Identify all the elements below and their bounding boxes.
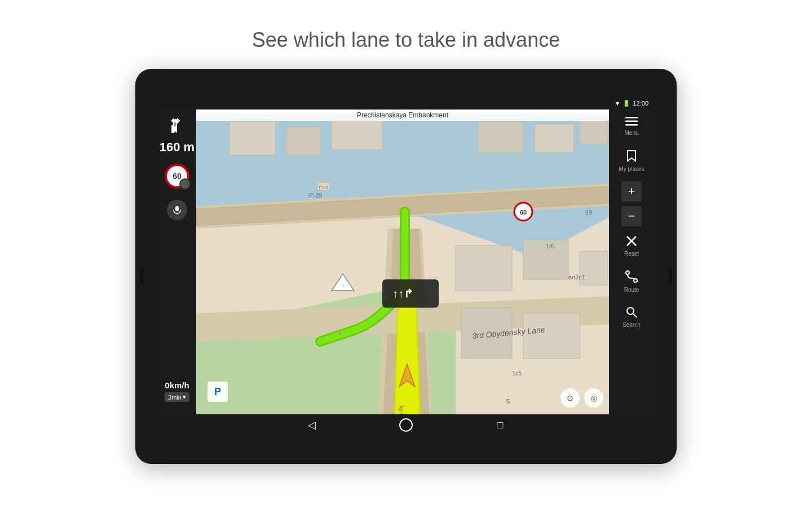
svg-text:P-29: P-29 [309, 192, 322, 199]
back-button[interactable]: ◁ [303, 417, 320, 433]
route-icon [625, 270, 638, 284]
close-icon [626, 235, 637, 248]
route-button[interactable]: Route [609, 264, 654, 300]
speed-limit-sign: 60 [165, 164, 189, 189]
svg-text:1/6: 1/6 [546, 243, 554, 249]
bookmark-icon [626, 150, 637, 164]
nav-direction: 160 m [160, 113, 195, 155]
svg-point-9 [634, 279, 637, 282]
compass-button[interactable]: ⊙ [561, 388, 580, 408]
top-street-label: Prechistenskaya Embankment [196, 110, 609, 121]
svg-point-10 [627, 308, 634, 314]
svg-text:↑↑↱: ↑↑↱ [392, 287, 413, 300]
right-speaker [669, 266, 672, 283]
wifi-icon: ▼ [615, 100, 621, 107]
svg-text:!: ! [342, 283, 344, 289]
svg-point-8 [626, 271, 629, 274]
svg-line-11 [633, 314, 637, 317]
tablet-screen: ▼ 🔋 12:00 160 m 60 [158, 97, 654, 436]
tablet-device: ▼ 🔋 12:00 160 m 60 [135, 69, 677, 464]
left-speaker [140, 266, 143, 283]
parking-button[interactable]: P [208, 382, 228, 402]
zoom-in-button[interactable]: + [621, 181, 642, 202]
reset-button[interactable]: Reset [609, 229, 654, 264]
svg-text:1с5: 1с5 [512, 370, 522, 376]
menu-label: Menu [624, 130, 638, 136]
my-places-button[interactable]: My places [609, 143, 654, 179]
recents-button[interactable]: □ [492, 417, 509, 433]
time-display: 12:00 [633, 100, 648, 107]
map-controls: ⊙ ◎ [561, 388, 603, 408]
svg-rect-26 [456, 246, 512, 291]
route-label: Route [624, 287, 639, 293]
time-badge[interactable]: 3min ▾ [165, 392, 189, 402]
svg-rect-4 [625, 121, 638, 122]
menu-icon [625, 116, 638, 128]
svg-text:5: 5 [506, 398, 510, 405]
search-icon [626, 306, 637, 319]
bottom-nav-bar: ◁ □ [158, 414, 654, 436]
locate-button[interactable]: ◎ [584, 388, 603, 408]
svg-text:+: + [337, 328, 342, 338]
page-title: See which lane to take in advance [252, 28, 560, 52]
distance-display: 160 m [160, 140, 195, 155]
zoom-out-button[interactable]: − [621, 206, 642, 226]
search-label: Search [623, 322, 641, 328]
right-panel: Menu My places + − [609, 97, 654, 436]
svg-rect-23 [478, 121, 523, 152]
svg-rect-1 [175, 206, 179, 211]
battery-icon: 🔋 [623, 100, 630, 107]
svg-text:P-29: P-29 [319, 185, 329, 190]
my-places-label: My places [619, 166, 644, 172]
svg-rect-24 [535, 124, 574, 152]
home-button[interactable] [399, 418, 413, 432]
svg-text:19: 19 [585, 209, 592, 216]
svg-rect-30 [523, 313, 580, 358]
direction-arrow [165, 113, 189, 138]
speed-display: 0km/h 3min ▾ [165, 380, 189, 402]
svg-rect-5 [625, 124, 638, 126]
status-bar: ▼ 🔋 12:00 [158, 97, 654, 110]
svg-rect-25 [580, 119, 608, 144]
search-button[interactable]: Search [609, 300, 654, 335]
svg-rect-3 [625, 117, 638, 119]
status-icons: ▼ 🔋 12:00 [615, 100, 648, 107]
reset-label: Reset [624, 251, 639, 257]
svg-rect-21 [286, 127, 320, 155]
svg-text:вл2с1: вл2с1 [568, 274, 585, 281]
menu-button[interactable]: Menu [609, 110, 654, 143]
svg-rect-20 [230, 121, 275, 155]
svg-text:60: 60 [520, 209, 527, 216]
svg-rect-22 [332, 119, 382, 150]
map-area[interactable]: Prechistenskaya Embankment [196, 110, 609, 436]
left-panel: 160 m 60 0km/h 3min ▾ [158, 97, 196, 436]
mic-button[interactable] [167, 200, 187, 220]
